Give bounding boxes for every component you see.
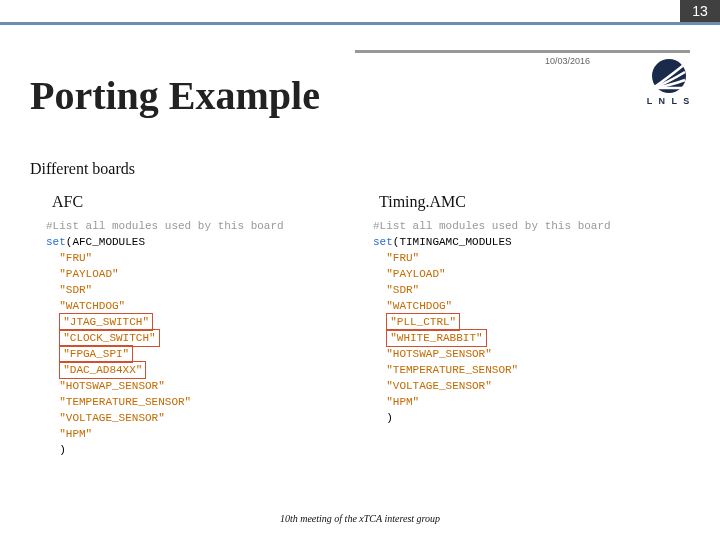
code-item: "SDR": [46, 282, 353, 298]
code-item: "TEMPERATURE_SENSOR": [373, 362, 680, 378]
code-item: "WATCHDOG": [373, 298, 680, 314]
code-item: "WHITE_RABBIT": [373, 330, 680, 346]
code-item: "HOTSWAP_SENSOR": [373, 346, 680, 362]
code-item: "JTAG_SWITCH": [46, 314, 353, 330]
code-item: "SDR": [373, 282, 680, 298]
code-item: "HPM": [373, 394, 680, 410]
code-item: "CLOCK_SWITCH": [46, 330, 353, 346]
top-accent-line: [0, 22, 720, 25]
date: 10/03/2016: [545, 56, 590, 66]
code-columns: AFC #List all modules used by this board…: [46, 194, 680, 458]
logo-icon: [647, 58, 691, 94]
code-items-right: "FRU" "PAYLOAD" "SDR" "WATCHDOG" "PLL_CT…: [373, 250, 680, 410]
code-set-line: set(TIMINGAMC_MODULES: [373, 234, 680, 250]
code-item: "HOTSWAP_SENSOR": [46, 378, 353, 394]
left-column-label: AFC: [46, 194, 353, 210]
code-item: "HPM": [46, 426, 353, 442]
code-item: "FPGA_SPI": [46, 346, 353, 362]
logo: L N L S: [630, 58, 708, 106]
code-item: "WATCHDOG": [46, 298, 353, 314]
code-comment: #List all modules used by this board: [46, 218, 353, 234]
footer: 10th meeting of the xTCA interest group: [0, 513, 720, 524]
code-set-line: set(AFC_MODULES: [46, 234, 353, 250]
code-items-left: "FRU" "PAYLOAD" "SDR" "WATCHDOG" "JTAG_S…: [46, 250, 353, 442]
code-item: "VOLTAGE_SENSOR": [46, 410, 353, 426]
subtitle: Different boards: [30, 160, 135, 178]
code-comment: #List all modules used by this board: [373, 218, 680, 234]
right-column: Timing.AMC #List all modules used by thi…: [373, 194, 680, 458]
code-item: "DAC_AD84XX": [46, 362, 353, 378]
code-item: "VOLTAGE_SENSOR": [373, 378, 680, 394]
code-item: "PAYLOAD": [373, 266, 680, 282]
page-number: 13: [680, 0, 720, 22]
right-column-label: Timing.AMC: [373, 194, 680, 210]
code-item: "FRU": [373, 250, 680, 266]
page-title: Porting Example: [30, 72, 320, 119]
code-close: ): [373, 410, 680, 426]
code-item: "FRU": [46, 250, 353, 266]
code-item: "PAYLOAD": [46, 266, 353, 282]
header-rule: [355, 50, 690, 53]
code-close: ): [46, 442, 353, 458]
code-item: "PLL_CTRL": [373, 314, 680, 330]
left-column: AFC #List all modules used by this board…: [46, 194, 353, 458]
logo-text: L N L S: [630, 96, 708, 106]
code-item: "TEMPERATURE_SENSOR": [46, 394, 353, 410]
